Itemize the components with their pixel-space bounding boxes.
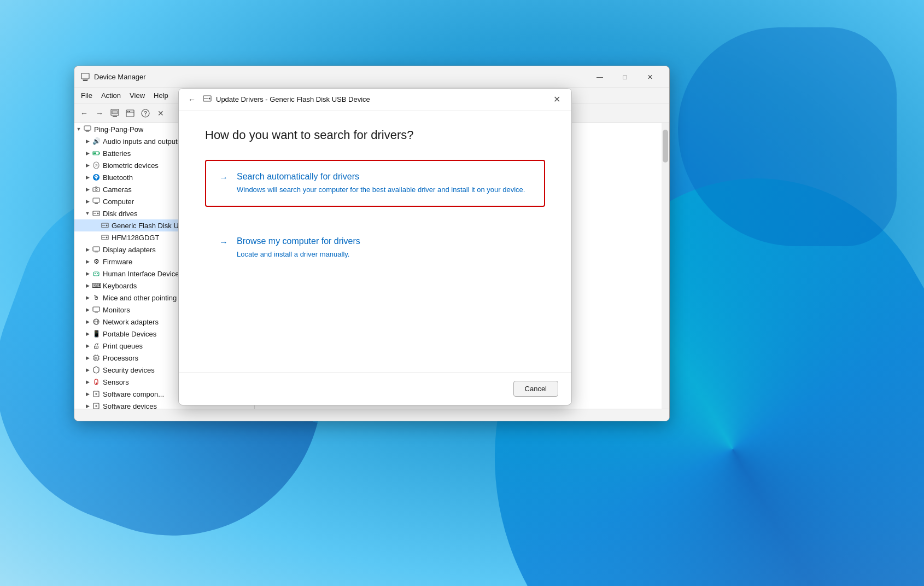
option2-content: Browse my computer for drivers Locate an… <box>237 236 360 259</box>
cameras-icon <box>92 185 101 194</box>
scan-button[interactable]: ✕ <box>153 106 168 121</box>
menu-help[interactable]: Help <box>149 90 173 101</box>
window-title: Device Manager <box>94 73 587 81</box>
processors-icon <box>92 353 101 362</box>
flash-disk-icon <box>101 221 109 230</box>
monitors-icon <box>92 305 101 314</box>
option1-title: Search automatically for drivers <box>237 172 525 182</box>
chevron-right-icon: ▶ <box>83 185 92 194</box>
maximize-button[interactable]: □ <box>612 68 638 86</box>
menu-action[interactable]: Action <box>97 90 125 101</box>
portable-icon: 📱 <box>92 329 101 338</box>
option1-description: Windows will search your computer for th… <box>237 185 525 195</box>
svg-point-26 <box>97 213 99 214</box>
tree-keyboards-label: Keyboards <box>103 282 137 290</box>
chevron-right-icon: ▶ <box>83 173 92 182</box>
dialog-back-button[interactable]: ← <box>185 93 198 106</box>
svg-point-37 <box>95 273 96 274</box>
menu-view[interactable]: View <box>125 90 149 101</box>
svg-point-29 <box>106 225 108 227</box>
forward-button[interactable]: → <box>92 106 107 121</box>
tree-item-label: Computer <box>103 198 134 206</box>
svg-point-22 <box>95 189 97 191</box>
chevron-right-icon: ▶ <box>83 341 92 350</box>
computer-icon <box>83 125 92 134</box>
option2-title: Browse my computer for drivers <box>237 236 360 246</box>
svg-rect-36 <box>93 272 99 276</box>
close-button[interactable]: ✕ <box>638 68 663 86</box>
chevron-right-icon: ▶ <box>83 329 92 338</box>
tree-display-adapters-label: Display adapters <box>103 246 156 254</box>
svg-rect-55 <box>96 382 97 385</box>
scrollbar-thumb[interactable] <box>663 130 668 163</box>
security-icon <box>92 365 101 374</box>
update-button[interactable] <box>122 106 138 121</box>
dialog-title-text: Update Drivers - Generic Flash Disk USB … <box>216 95 370 103</box>
print-icon: 🖨 <box>92 341 101 350</box>
chevron-right-icon: ▶ <box>83 402 92 409</box>
menu-file[interactable]: File <box>77 90 97 101</box>
svg-point-63 <box>209 97 210 99</box>
tree-portable-label: Portable Devices <box>103 330 156 338</box>
tree-item-label: Processors <box>103 354 138 362</box>
svg-rect-8 <box>127 111 128 112</box>
chevron-right-icon: ▶ <box>83 281 92 290</box>
browse-manually-option[interactable]: → Browse my computer for drivers Locate … <box>205 224 545 271</box>
status-bar <box>74 409 669 421</box>
dialog-close-button[interactable]: ✕ <box>548 91 565 108</box>
bluetooth-icon <box>92 173 101 182</box>
option1-content: Search automatically for drivers Windows… <box>237 172 525 195</box>
sensors-icon <box>92 378 101 386</box>
search-automatically-option[interactable]: → Search automatically for drivers Windo… <box>205 160 545 207</box>
chevron-right-icon: ▶ <box>83 317 92 326</box>
cancel-button[interactable]: Cancel <box>513 381 558 397</box>
tree-item-label: Firmware <box>103 258 132 266</box>
audio-icon: 🔊 <box>92 137 101 146</box>
tree-item-label: Biometric devices <box>103 161 159 170</box>
network-icon <box>92 317 101 326</box>
keyboards-icon: ⌨ <box>92 281 101 290</box>
tree-item-label: Print queues <box>103 342 143 350</box>
window-controls: — □ ✕ <box>587 68 663 86</box>
display-adapters-icon <box>92 245 101 254</box>
help-button[interactable]: ? <box>138 106 153 121</box>
title-bar: Device Manager — □ ✕ <box>74 66 669 88</box>
svg-rect-5 <box>112 111 118 114</box>
chevron-right-icon: ▶ <box>83 269 92 278</box>
hdd-icon <box>101 233 109 242</box>
svg-rect-0 <box>81 73 89 79</box>
dialog-title-icon <box>203 94 212 105</box>
minimize-button[interactable]: — <box>587 68 612 86</box>
chevron-right-icon: ▶ <box>83 305 92 314</box>
disk-drives-icon <box>92 209 101 218</box>
tree-item-label: Audio inputs and outputs <box>103 137 181 146</box>
properties-button[interactable] <box>107 106 122 121</box>
svg-rect-16 <box>100 153 101 154</box>
tree-item-label: Software devices <box>103 402 157 409</box>
tree-item-label: Batteries <box>103 149 131 158</box>
svg-rect-34 <box>93 247 100 251</box>
svg-point-38 <box>97 273 98 274</box>
svg-rect-24 <box>95 203 98 204</box>
chevron-right-icon: ▶ <box>83 390 92 398</box>
scrollbar[interactable] <box>662 123 669 409</box>
back-button[interactable]: ← <box>77 106 92 121</box>
tree-item-label: Disk drives <box>103 210 138 218</box>
hid-icon <box>92 269 101 278</box>
expand-icon: ▼ <box>74 125 83 134</box>
batteries-icon <box>92 149 101 158</box>
software-components-icon <box>92 390 101 398</box>
tree-item-label: Monitors <box>103 306 130 314</box>
svg-rect-6 <box>126 110 134 117</box>
svg-rect-35 <box>95 252 98 252</box>
biometric-icon <box>92 161 101 170</box>
chevron-right-icon: ▶ <box>83 257 92 266</box>
chevron-down-icon: ▼ <box>83 209 92 218</box>
tree-item-label: Software compon... <box>103 390 164 398</box>
tree-hid-label: Human Interface Devices <box>103 270 183 278</box>
dialog-title-left: ← Update Drivers - Generic Flash Disk US… <box>185 93 370 106</box>
svg-rect-17 <box>93 153 96 154</box>
tree-item-label: Security devices <box>103 366 155 374</box>
tree-network-label: Network adapters <box>103 318 159 326</box>
tree-item-label: Cameras <box>103 185 132 194</box>
